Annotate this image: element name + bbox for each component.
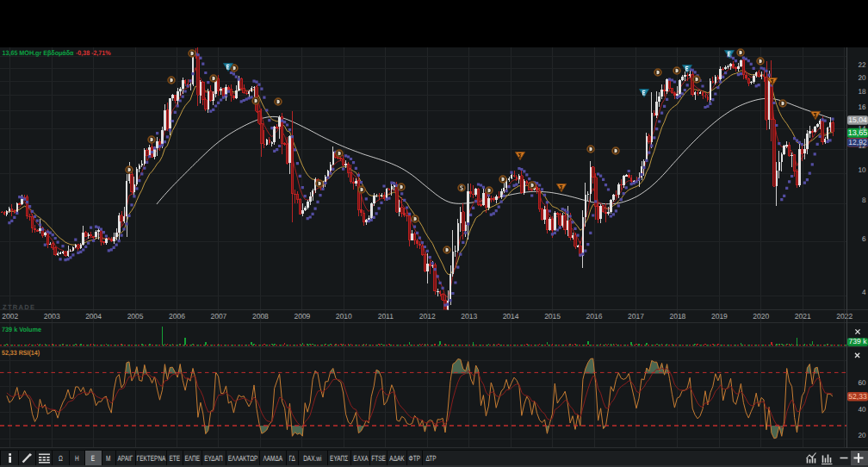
svg-text:6: 6 [862,235,866,243]
svg-text:2013: 2013 [461,312,477,321]
svg-text:ZTRADE: ZTRADE [3,303,35,311]
svg-text:2003: 2003 [44,312,60,321]
svg-text:20: 20 [858,432,866,439]
svg-text:2004: 2004 [85,312,102,321]
svg-text:52,33 RSI(14): 52,33 RSI(14) [2,349,40,357]
svg-text:2005: 2005 [127,312,144,321]
svg-text:2020: 2020 [753,312,769,321]
svg-text:18: 18 [858,88,866,96]
svg-text:15,04: 15,04 [848,115,867,124]
svg-text:739 k Volume: 739 k Volume [2,326,42,333]
svg-text:2002: 2002 [2,312,18,321]
svg-text:2010: 2010 [336,312,352,321]
svg-text:739 k: 739 k [849,337,868,346]
svg-text:40: 40 [858,406,866,414]
svg-text:2011: 2011 [378,312,394,321]
svg-text:2016: 2016 [586,312,603,321]
svg-text:2019: 2019 [711,312,728,321]
svg-text:8: 8 [862,196,866,204]
svg-text:20: 20 [858,74,866,82]
svg-text:12: 12 [858,142,866,150]
svg-text:2009: 2009 [294,312,310,321]
svg-text:2015: 2015 [544,312,561,321]
svg-text:2014: 2014 [503,312,519,321]
svg-text:10: 10 [858,166,866,174]
svg-text:2006: 2006 [169,312,185,321]
svg-text:4: 4 [862,289,866,296]
svg-text:2012: 2012 [419,312,436,321]
svg-text:2007: 2007 [210,312,226,321]
svg-text:22: 22 [858,61,866,69]
svg-text:13,65 MOH.gr Εβδομάδα: 13,65 MOH.gr Εβδομάδα [3,49,74,57]
svg-text:14: 14 [858,125,866,133]
svg-text:-0,38 -2,71%: -0,38 -2,71% [76,49,111,57]
svg-text:60: 60 [858,379,866,387]
svg-text:16: 16 [858,103,866,111]
svg-text:2018: 2018 [669,312,685,321]
svg-text:2021: 2021 [795,312,811,321]
svg-text:2017: 2017 [628,312,644,321]
svg-text:52,33: 52,33 [848,392,867,401]
svg-text:2008: 2008 [252,312,269,321]
svg-text:2022: 2022 [836,312,852,321]
